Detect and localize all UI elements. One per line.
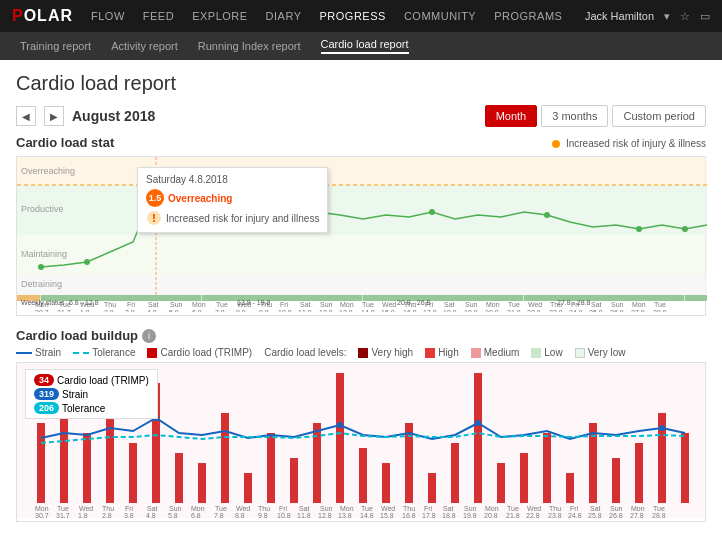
nav-flow[interactable]: FLOW bbox=[91, 10, 125, 22]
svg-text:16.8: 16.8 bbox=[402, 512, 416, 518]
svg-point-17 bbox=[544, 212, 550, 218]
svg-text:4.8: 4.8 bbox=[146, 512, 156, 518]
svg-text:Thu: Thu bbox=[258, 505, 270, 512]
svg-text:Tue: Tue bbox=[508, 301, 520, 308]
svg-text:2.8: 2.8 bbox=[104, 309, 114, 312]
svg-point-124 bbox=[337, 422, 343, 428]
user-dropdown-icon[interactable]: ▾ bbox=[664, 10, 670, 23]
user-name: Jack Hamilton bbox=[585, 10, 654, 22]
svg-text:19.8: 19.8 bbox=[464, 309, 478, 312]
svg-text:16.8: 16.8 bbox=[403, 309, 417, 312]
controls-row: ◀ ▶ August 2018 Month 3 months Custom pe… bbox=[16, 105, 706, 127]
svg-rect-98 bbox=[129, 443, 137, 503]
svg-text:Sat: Sat bbox=[147, 505, 158, 512]
svg-text:Mon: Mon bbox=[340, 301, 354, 308]
period-3months-button[interactable]: 3 months bbox=[541, 105, 608, 127]
svg-text:Sun: Sun bbox=[170, 301, 183, 308]
svg-text:23.8: 23.8 bbox=[548, 512, 562, 518]
svg-text:27.8: 27.8 bbox=[630, 512, 644, 518]
period-month-button[interactable]: Month bbox=[485, 105, 538, 127]
tooltip-badge: 1.5 bbox=[146, 189, 164, 207]
svg-text:Thu: Thu bbox=[102, 505, 114, 512]
svg-rect-116 bbox=[543, 433, 551, 503]
svg-rect-1 bbox=[17, 157, 707, 185]
svg-text:Tue: Tue bbox=[361, 505, 373, 512]
svg-text:13.8: 13.8 bbox=[339, 309, 353, 312]
bl-tolerance-badge: 206 bbox=[34, 402, 59, 414]
subnav-training[interactable]: Training report bbox=[20, 40, 91, 52]
svg-text:Sun: Sun bbox=[465, 301, 478, 308]
buildup-title: Cardio load buildup bbox=[16, 328, 138, 343]
svg-rect-103 bbox=[244, 473, 252, 503]
star-icon[interactable]: ☆ bbox=[680, 10, 690, 23]
svg-text:Sat: Sat bbox=[590, 505, 601, 512]
svg-text:Fri: Fri bbox=[280, 301, 289, 308]
svg-text:Tue: Tue bbox=[653, 505, 665, 512]
svg-text:30.7: 30.7 bbox=[35, 512, 49, 518]
svg-text:31.7: 31.7 bbox=[56, 512, 70, 518]
subnav-running[interactable]: Running Index report bbox=[198, 40, 301, 52]
logo: POLAR bbox=[12, 7, 73, 25]
legend-high: High bbox=[425, 347, 459, 358]
nav-feed[interactable]: FEED bbox=[143, 10, 174, 22]
cardio-stat-title: Cardio load stat bbox=[16, 135, 114, 150]
buildup-chart: 34 Cardio load (TRIMP) 319 Strain 206 To… bbox=[16, 362, 706, 522]
svg-rect-105 bbox=[290, 458, 298, 503]
nav-diary[interactable]: DIARY bbox=[266, 10, 302, 22]
svg-text:Mon: Mon bbox=[340, 505, 354, 512]
svg-text:Sun: Sun bbox=[320, 301, 333, 308]
svg-text:Tue: Tue bbox=[57, 505, 69, 512]
svg-text:17.8: 17.8 bbox=[422, 512, 436, 518]
bl-tolerance: 206 Tolerance bbox=[34, 402, 149, 414]
nav-explore[interactable]: EXPLORE bbox=[192, 10, 247, 22]
svg-text:25.8: 25.8 bbox=[589, 309, 603, 312]
svg-rect-86 bbox=[524, 295, 684, 301]
svg-text:17.8: 17.8 bbox=[423, 309, 437, 312]
svg-rect-87 bbox=[685, 295, 707, 301]
svg-text:Mon: Mon bbox=[192, 301, 206, 308]
svg-text:26.8: 26.8 bbox=[610, 309, 624, 312]
svg-rect-107 bbox=[336, 373, 344, 503]
svg-point-126 bbox=[659, 425, 665, 431]
tooltip-date: Saturday 4.8.2018 bbox=[146, 174, 319, 185]
buildup-section: Cardio load buildup i Strain Tolerance C… bbox=[16, 328, 706, 522]
svg-point-125 bbox=[475, 420, 481, 426]
svg-rect-119 bbox=[612, 458, 620, 503]
svg-text:1.8: 1.8 bbox=[80, 309, 90, 312]
monitor-icon[interactable]: ▭ bbox=[700, 10, 710, 23]
svg-rect-4 bbox=[17, 275, 707, 297]
svg-text:Fri: Fri bbox=[125, 505, 134, 512]
svg-text:Thu: Thu bbox=[104, 301, 116, 308]
svg-text:13.8 - 19.8: 13.8 - 19.8 bbox=[237, 299, 271, 306]
period-custom-button[interactable]: Custom period bbox=[612, 105, 706, 127]
nav-progress[interactable]: PROGRESS bbox=[320, 10, 386, 22]
svg-text:Wed: Wed bbox=[382, 301, 396, 308]
svg-rect-117 bbox=[566, 473, 574, 503]
svg-rect-3 bbox=[17, 235, 707, 275]
stat-chart-svg: Overreaching Productive Maintaining Detr… bbox=[17, 157, 707, 312]
nav-programs[interactable]: PROGRAMS bbox=[494, 10, 562, 22]
subnav-cardio[interactable]: Cardio load report bbox=[321, 38, 409, 54]
svg-text:10.8: 10.8 bbox=[278, 309, 292, 312]
svg-text:19.8: 19.8 bbox=[463, 512, 477, 518]
subnav: Training report Activity report Running … bbox=[0, 32, 722, 60]
legend-medium: Medium bbox=[471, 347, 520, 358]
svg-text:9.8: 9.8 bbox=[258, 512, 268, 518]
svg-text:3.8: 3.8 bbox=[125, 309, 135, 312]
prev-month-button[interactable]: ◀ bbox=[16, 106, 36, 126]
nav-community[interactable]: COMMUNITY bbox=[404, 10, 476, 22]
svg-rect-108 bbox=[359, 448, 367, 503]
svg-rect-113 bbox=[474, 373, 482, 503]
legend-low: Low bbox=[531, 347, 562, 358]
next-month-button[interactable]: ▶ bbox=[44, 106, 64, 126]
svg-text:Sat: Sat bbox=[148, 301, 159, 308]
svg-text:30.7: 30.7 bbox=[35, 309, 49, 312]
svg-point-11 bbox=[38, 264, 44, 270]
svg-rect-94 bbox=[37, 423, 45, 503]
info-icon[interactable]: i bbox=[142, 329, 156, 343]
legend-strain: Strain bbox=[16, 347, 61, 358]
subnav-activity[interactable]: Activity report bbox=[111, 40, 178, 52]
svg-text:23.8: 23.8 bbox=[549, 309, 563, 312]
svg-text:Mon: Mon bbox=[631, 505, 645, 512]
svg-text:22.8: 22.8 bbox=[526, 512, 540, 518]
